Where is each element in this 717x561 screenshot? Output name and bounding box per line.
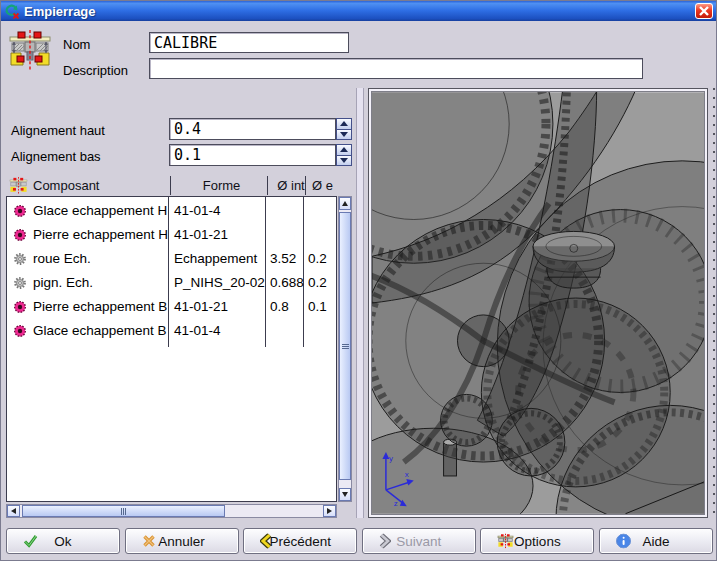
arrow-down-icon: [340, 158, 348, 163]
gear-icon: [13, 276, 27, 290]
cell-forme: 41-01-21: [174, 299, 228, 314]
jeweling-diagram-icon: [497, 534, 514, 549]
gear-icon: [13, 252, 27, 266]
thumb-grip: [121, 508, 126, 515]
titlebar[interactable]: Empierrage: [1, 1, 716, 21]
scrollbar-thumb[interactable]: [339, 212, 351, 480]
arrow-up-icon: [340, 121, 348, 126]
cell-d-ext: 0.1: [308, 299, 327, 314]
arrow-down-icon: [342, 492, 348, 497]
precedent-button[interactable]: Précédent: [243, 528, 357, 554]
jewel-icon: [13, 324, 27, 338]
jewel-icon: [13, 228, 27, 242]
cell-d-int: 0.688: [270, 275, 304, 290]
alignement-haut-input[interactable]: [169, 118, 336, 140]
cell-d-int: 0.8: [270, 299, 289, 314]
close-button[interactable]: [695, 3, 713, 19]
nom-label: Nom: [63, 37, 90, 52]
chevron-left-icon: [260, 534, 272, 549]
scroll-down-button[interactable]: [339, 488, 351, 501]
right-splitter-strip[interactable]: [710, 88, 717, 518]
table-row[interactable]: Glace echappement B 41-01-4: [7, 319, 336, 343]
spin-up-button[interactable]: [336, 118, 352, 130]
jewel-icon: [13, 300, 27, 314]
thumb-grip: [342, 344, 349, 349]
cell-d-int: 3.52: [270, 251, 296, 266]
check-icon: [23, 534, 38, 548]
svg-text:x: x: [405, 470, 409, 479]
table-row[interactable]: Glace echappement H 41-01-4: [7, 199, 336, 223]
cell-d-ext: 0.2: [308, 251, 327, 266]
arrow-down-icon: [340, 132, 348, 137]
component-table[interactable]: Glace echappement H 41-01-4 Pierre echap…: [6, 196, 337, 502]
gear-train-drawing: y x z: [371, 91, 705, 515]
spin-down-button[interactable]: [336, 130, 352, 141]
cell-d-ext: 0.2: [308, 275, 327, 290]
button-bar: Ok Annuler Précédent Suivant: [6, 528, 713, 554]
table-row[interactable]: roue Ech. Echappement 3.52 0.2: [7, 247, 336, 271]
table-horizontal-scrollbar[interactable]: [6, 504, 337, 518]
scroll-right-button[interactable]: [323, 505, 336, 517]
arrow-right-icon: [327, 508, 332, 514]
ok-button[interactable]: Ok: [6, 528, 120, 554]
column-divider[interactable]: [170, 176, 171, 195]
rotate-arrow-red-x-icon: [4, 3, 20, 19]
alignement-haut-spinner: [336, 118, 352, 140]
column-divider[interactable]: [305, 176, 306, 195]
table-row[interactable]: Pierre echappement B 41-01-21 0.8 0.1: [7, 295, 336, 319]
button-label: Options: [514, 534, 561, 549]
cell-forme: 41-01-4: [174, 203, 221, 218]
button-label: Annuler: [158, 534, 205, 549]
vertical-splitter[interactable]: [356, 88, 364, 518]
arrow-up-icon: [340, 147, 348, 152]
suivant-button[interactable]: Suivant: [362, 528, 476, 554]
table-vertical-scrollbar[interactable]: [338, 196, 352, 502]
cell-forme: 41-01-4: [174, 323, 221, 338]
empierrage-dialog: Empierrage Nom Description Alignement ha…: [0, 0, 717, 561]
column-divider[interactable]: [267, 176, 268, 195]
component-table-header: Composant Forme Ø int Ø e: [6, 176, 337, 196]
cell-composant: roue Ech.: [33, 251, 91, 266]
svg-text:y: y: [389, 454, 393, 463]
jeweling-diagram-icon: [8, 30, 52, 70]
scroll-left-button[interactable]: [7, 505, 20, 517]
jeweling-diagram-icon: [9, 177, 28, 194]
cad-viewport[interactable]: y x z: [368, 88, 708, 518]
info-icon: [616, 534, 631, 549]
cell-composant: pign. Ech.: [33, 275, 93, 290]
button-label: Suivant: [396, 534, 441, 549]
button-label: Ok: [54, 534, 71, 549]
spin-down-button[interactable]: [336, 156, 352, 167]
arrow-up-icon: [342, 201, 348, 206]
window-title: Empierrage: [24, 4, 96, 19]
alignement-bas-label: Alignement bas: [11, 149, 101, 164]
cell-composant: Glace echappement B: [33, 323, 167, 338]
scroll-up-button[interactable]: [339, 197, 351, 210]
jewel-icon: [13, 204, 27, 218]
close-icon: [699, 6, 709, 16]
table-row[interactable]: pign. Ech. P_NIHS_20-02 0.688 0.2: [7, 271, 336, 295]
chevron-right-icon: [379, 534, 391, 549]
nom-input[interactable]: [149, 32, 349, 53]
button-label: Précédent: [269, 534, 331, 549]
cell-composant: Glace echappement H: [33, 203, 167, 218]
column-header-forme[interactable]: Forme: [174, 178, 269, 193]
alignement-bas-spinner: [336, 144, 352, 166]
button-label: Aide: [642, 534, 669, 549]
cell-forme: Echappement: [174, 251, 257, 266]
spin-up-button[interactable]: [336, 144, 352, 156]
scrollbar-thumb[interactable]: [22, 505, 225, 517]
cancel-x-icon: [142, 534, 156, 548]
column-header-diametre-ext[interactable]: Ø e: [312, 178, 333, 193]
cell-composant: Pierre echappement B: [33, 299, 167, 314]
table-row[interactable]: Pierre echappement H 41-01-21: [7, 223, 336, 247]
cell-composant: Pierre echappement H: [33, 227, 168, 242]
options-button[interactable]: Options: [480, 528, 594, 554]
cell-forme: P_NIHS_20-02: [174, 275, 265, 290]
annuler-button[interactable]: Annuler: [125, 528, 239, 554]
column-header-composant[interactable]: Composant: [33, 178, 99, 193]
alignement-haut-label: Alignement haut: [11, 123, 105, 138]
alignement-bas-input[interactable]: [169, 144, 336, 166]
aide-button[interactable]: Aide: [599, 528, 713, 554]
description-input[interactable]: [149, 58, 643, 79]
